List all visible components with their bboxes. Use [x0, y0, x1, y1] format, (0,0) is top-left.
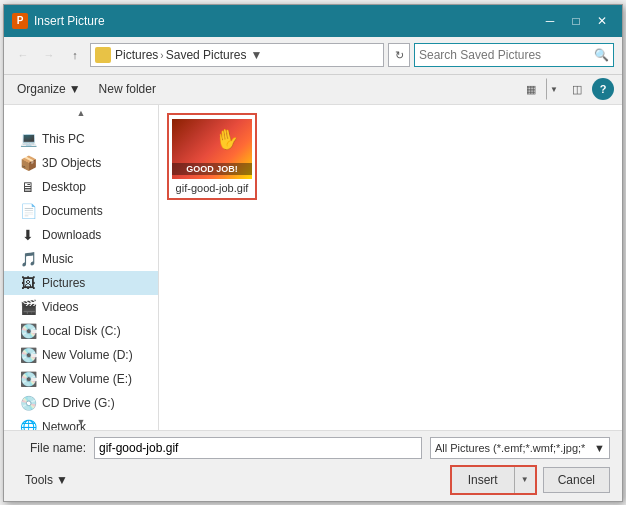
sidebar-item-label-3d-objects: 3D Objects: [42, 156, 150, 170]
title-bar: P Insert Picture ─ □ ✕: [4, 5, 622, 37]
tools-button[interactable]: Tools ▼: [16, 469, 77, 491]
sidebar-item-label-desktop: Desktop: [42, 180, 150, 194]
music-icon: 🎵: [20, 251, 36, 267]
sidebar-item-label-documents: Documents: [42, 204, 150, 218]
new-volume-e-icon: 💽: [20, 371, 36, 387]
sidebar-item-documents[interactable]: 📄Documents: [4, 199, 158, 223]
navigation-toolbar: ← → ↑ Pictures › Saved Pictures ▼ ↻ 🔍: [4, 37, 622, 75]
sidebar-item-new-volume-e[interactable]: 💽New Volume (E:): [4, 367, 158, 391]
documents-icon: 📄: [20, 203, 36, 219]
maximize-button[interactable]: □: [564, 9, 588, 33]
sidebar-item-local-disk-c[interactable]: 💽Local Disk (C:): [4, 319, 158, 343]
pictures-icon: 🖼: [20, 275, 36, 291]
tools-dropdown-arrow: ▼: [56, 473, 68, 487]
bottom-buttons-row: Tools ▼ Insert ▼ Cancel: [16, 465, 610, 495]
sidebar-item-desktop[interactable]: 🖥Desktop: [4, 175, 158, 199]
file-type-value: All Pictures (*.emf;*.wmf;*.jpg;*: [435, 442, 585, 454]
desktop-icon: 🖥: [20, 179, 36, 195]
title-bar-controls: ─ □ ✕: [538, 9, 614, 33]
thumb-hand-icon: ✋: [213, 125, 242, 153]
view-dropdown-button[interactable]: ▼: [546, 78, 562, 100]
sidebar-item-3d-objects[interactable]: 📦3D Objects: [4, 151, 158, 175]
cancel-button[interactable]: Cancel: [543, 467, 610, 493]
pane-button[interactable]: ◫: [566, 78, 588, 100]
sidebar-item-label-new-volume-d: New Volume (D:): [42, 348, 150, 362]
file-item-name: gif-good-job.gif: [176, 182, 249, 194]
local-disk-c-icon: 💽: [20, 323, 36, 339]
3d-objects-icon: 📦: [20, 155, 36, 171]
sidebar-item-label-downloads: Downloads: [42, 228, 150, 242]
sidebar-item-pictures[interactable]: 🖼Pictures: [4, 271, 158, 295]
file-item[interactable]: ✋ GOOD JOB! gif-good-job.gif: [167, 113, 257, 200]
sidebar-item-videos[interactable]: 🎬Videos: [4, 295, 158, 319]
search-input[interactable]: [419, 48, 594, 62]
organize-toolbar: Organize ▼ New folder ▦ ▼ ◫ ?: [4, 75, 622, 105]
insert-button[interactable]: Insert: [452, 467, 515, 493]
sidebar-item-new-volume-d[interactable]: 💽New Volume (D:): [4, 343, 158, 367]
insert-dropdown-button[interactable]: ▼: [515, 467, 535, 493]
sidebar-item-label-new-volume-e: New Volume (E:): [42, 372, 150, 386]
insert-picture-dialog: P Insert Picture ─ □ ✕ ← → ↑ Pictures › …: [3, 4, 623, 502]
help-button[interactable]: ?: [592, 78, 614, 100]
file-area: ✋ GOOD JOB! gif-good-job.gif: [159, 105, 622, 430]
file-type-dropdown-arrow: ▼: [594, 442, 605, 454]
breadcrumb-separator: ›: [160, 50, 163, 61]
breadcrumb-folder-icon: [95, 47, 111, 63]
main-content: ▲ 💻This PC📦3D Objects🖥Desktop📄Documents⬇…: [4, 105, 622, 430]
new-folder-button[interactable]: New folder: [94, 79, 161, 99]
app-icon: P: [12, 13, 28, 29]
breadcrumb-bar[interactable]: Pictures › Saved Pictures ▼: [90, 43, 384, 67]
close-button[interactable]: ✕: [590, 9, 614, 33]
sidebar-item-label-music: Music: [42, 252, 150, 266]
sidebar: ▲ 💻This PC📦3D Objects🖥Desktop📄Documents⬇…: [4, 105, 159, 430]
breadcrumb-path-1: Pictures: [115, 48, 158, 62]
dialog-title: Insert Picture: [34, 14, 538, 28]
sidebar-item-cd-drive-g[interactable]: 💿CD Drive (G:): [4, 391, 158, 415]
organize-button[interactable]: Organize ▼: [12, 79, 86, 99]
view-button[interactable]: ▦: [520, 78, 542, 100]
file-name-input[interactable]: [94, 437, 422, 459]
sidebar-items: 💻This PC📦3D Objects🖥Desktop📄Documents⬇Do…: [4, 109, 158, 430]
sidebar-item-label-pictures: Pictures: [42, 276, 150, 290]
this-pc-icon: 💻: [20, 131, 36, 147]
new-volume-d-icon: 💽: [20, 347, 36, 363]
minimize-button[interactable]: ─: [538, 9, 562, 33]
insert-button-group: Insert ▼: [450, 465, 537, 495]
file-type-dropdown[interactable]: All Pictures (*.emf;*.wmf;*.jpg;* ▼: [430, 437, 610, 459]
sidebar-item-label-local-disk-c: Local Disk (C:): [42, 324, 150, 338]
toolbar2-right: ▦ ▼ ◫ ?: [520, 78, 614, 100]
file-thumbnail: ✋ GOOD JOB!: [172, 119, 252, 179]
downloads-icon: ⬇: [20, 227, 36, 243]
refresh-button[interactable]: ↻: [388, 43, 410, 67]
file-name-label: File name:: [16, 441, 86, 455]
search-box: 🔍: [414, 43, 614, 67]
back-button[interactable]: ←: [12, 44, 34, 66]
sidebar-item-label-cd-drive-g: CD Drive (G:): [42, 396, 150, 410]
sidebar-item-music[interactable]: 🎵Music: [4, 247, 158, 271]
file-name-row: File name: All Pictures (*.emf;*.wmf;*.j…: [16, 437, 610, 459]
sidebar-scroll-down[interactable]: ▼: [4, 414, 158, 430]
bottom-area: File name: All Pictures (*.emf;*.wmf;*.j…: [4, 430, 622, 501]
thumb-overlay-text: GOOD JOB!: [172, 163, 252, 175]
sidebar-item-this-pc[interactable]: 💻This PC: [4, 127, 158, 151]
sidebar-item-downloads[interactable]: ⬇Downloads: [4, 223, 158, 247]
up-button[interactable]: ↑: [64, 44, 86, 66]
forward-button[interactable]: →: [38, 44, 60, 66]
cd-drive-g-icon: 💿: [20, 395, 36, 411]
sidebar-scroll-up[interactable]: ▲: [4, 105, 158, 121]
search-icon: 🔍: [594, 48, 609, 62]
sidebar-item-label-videos: Videos: [42, 300, 150, 314]
videos-icon: 🎬: [20, 299, 36, 315]
organize-dropdown-icon: ▼: [69, 82, 81, 96]
breadcrumb-path-2: Saved Pictures: [166, 48, 247, 62]
breadcrumb-dropdown-arrow[interactable]: ▼: [250, 48, 262, 62]
sidebar-item-label-this-pc: This PC: [42, 132, 150, 146]
